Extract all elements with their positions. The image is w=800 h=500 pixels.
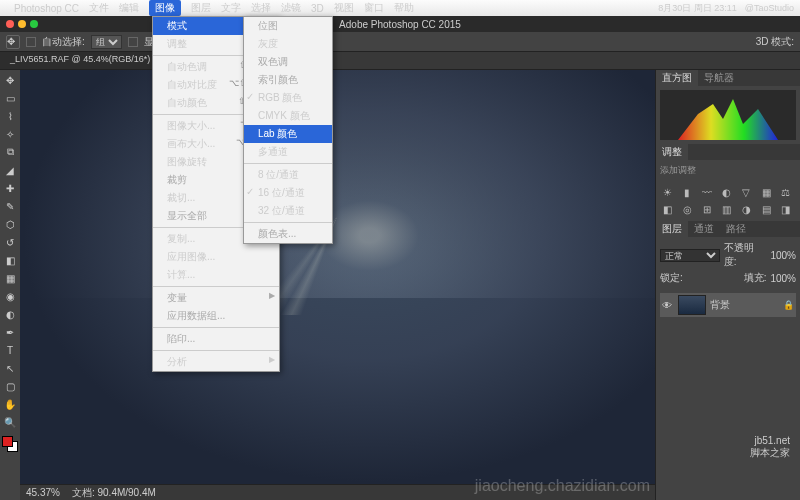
adj-posterize-icon[interactable]: ▤ xyxy=(759,202,774,217)
menu-item: 双色调 xyxy=(244,53,332,71)
menu-item: 索引颜色 xyxy=(244,71,332,89)
zoom-tool[interactable]: 🔍 xyxy=(2,414,18,430)
menu-item[interactable]: 多通道 xyxy=(244,143,332,161)
menu-item[interactable]: 16 位/通道 xyxy=(244,184,332,202)
layer-row[interactable]: 👁 背景 🔒 xyxy=(660,293,796,317)
menu-help[interactable]: 帮助 xyxy=(394,1,414,15)
mode-3d-label: 3D 模式: xyxy=(756,35,794,49)
adj-threshold-icon[interactable]: ◨ xyxy=(778,202,793,217)
stamp-tool[interactable]: ⬡ xyxy=(2,216,18,232)
move-tool-icon[interactable]: ✥ xyxy=(6,35,20,49)
type-tool[interactable]: T xyxy=(2,342,18,358)
menu-item[interactable]: 32 位/通道 xyxy=(244,202,332,220)
auto-select-checkbox[interactable] xyxy=(26,37,36,47)
close-button[interactable] xyxy=(6,20,14,28)
window-title: Adobe Photoshop CC 2015 xyxy=(339,19,461,30)
menu-3d[interactable]: 3D xyxy=(311,3,324,14)
adj-levels-icon[interactable]: ▮ xyxy=(680,185,695,200)
adj-channel-mixer-icon[interactable]: ⊞ xyxy=(699,202,714,217)
opacity-value[interactable]: 100% xyxy=(770,250,796,261)
options-bar: ✥ 自动选择: 组 显示变... 3D 模式: xyxy=(0,32,800,52)
menu-item[interactable]: CMYK 颜色 xyxy=(244,107,332,125)
adj-bw-icon[interactable]: ◧ xyxy=(660,202,675,217)
layer-thumbnail[interactable] xyxy=(678,295,706,315)
menu-item[interactable]: 8 位/通道 xyxy=(244,166,332,184)
tab-histogram[interactable]: 直方图 xyxy=(656,70,698,86)
menu-image[interactable]: 图像 xyxy=(149,0,181,16)
shape-tool[interactable]: ▢ xyxy=(2,378,18,394)
adj-invert-icon[interactable]: ◑ xyxy=(739,202,754,217)
blend-mode-select[interactable]: 正常 xyxy=(660,249,720,262)
lasso-tool[interactable]: ⌇ xyxy=(2,108,18,124)
adj-photo-filter-icon[interactable]: ◎ xyxy=(680,202,695,217)
menu-type[interactable]: 文字 xyxy=(221,1,241,15)
document-tab[interactable]: _LIV5651.RAF @ 45.4%(RGB/16*) xyxy=(0,52,161,69)
fill-value[interactable]: 100% xyxy=(770,273,796,284)
menu-item[interactable]: 应用图像... xyxy=(153,248,279,266)
document-tabbar: _LIV5651.RAF @ 45.4%(RGB/16*) xyxy=(0,52,800,70)
menu-item: 位图 xyxy=(244,17,332,35)
layer-name[interactable]: 背景 xyxy=(710,298,730,312)
histogram-display xyxy=(660,90,796,140)
blur-tool[interactable]: ◉ xyxy=(2,288,18,304)
adj-curves-icon[interactable]: 〰 xyxy=(699,185,714,200)
menu-mode-submenu: 位图灰度双色调索引颜色RGB 颜色CMYK 颜色Lab 颜色多通道8 位/通道1… xyxy=(243,16,333,244)
minimize-button[interactable] xyxy=(18,20,26,28)
heal-tool[interactable]: ✚ xyxy=(2,180,18,196)
tab-paths[interactable]: 路径 xyxy=(720,221,752,237)
adj-hue-icon[interactable]: ▦ xyxy=(759,185,774,200)
tab-adjustments[interactable]: 调整 xyxy=(656,144,688,160)
history-brush-tool[interactable]: ↺ xyxy=(2,234,18,250)
adj-exposure-icon[interactable]: ◐ xyxy=(719,185,734,200)
menu-item: 变量 xyxy=(153,289,279,307)
menu-view[interactable]: 视图 xyxy=(334,1,354,15)
gradient-tool[interactable]: ▦ xyxy=(2,270,18,286)
dodge-tool[interactable]: ◐ xyxy=(2,306,18,322)
menu-select[interactable]: 选择 xyxy=(251,1,271,15)
panels-column: 直方图 导航器 调整 添加调整 ☀ ▮ 〰 ◐ ▽ ▦ ⚖ ◧ ◎ ⊞ ▥ ◑ … xyxy=(655,70,800,500)
menu-item[interactable]: 灰度 xyxy=(244,35,332,53)
menubar-date: 8月30日 周日 23:11 xyxy=(658,2,737,15)
menu-item[interactable]: Lab 颜色 xyxy=(244,125,332,143)
adj-lookup-icon[interactable]: ▥ xyxy=(719,202,734,217)
zoom-button[interactable] xyxy=(30,20,38,28)
canvas-area: 45.37% 文档: 90.4M/90.4M xyxy=(20,70,655,500)
crop-tool[interactable]: ⧉ xyxy=(2,144,18,160)
eraser-tool[interactable]: ◧ xyxy=(2,252,18,268)
tab-channels[interactable]: 通道 xyxy=(688,221,720,237)
menu-item[interactable]: 计算... xyxy=(153,266,279,284)
tab-layers[interactable]: 图层 xyxy=(656,221,688,237)
tab-navigator[interactable]: 导航器 xyxy=(698,70,740,86)
move-tool[interactable]: ✥ xyxy=(2,72,18,88)
hand-tool[interactable]: ✋ xyxy=(2,396,18,412)
menu-file[interactable]: 文件 xyxy=(89,1,109,15)
menu-item[interactable]: 分析 xyxy=(153,353,279,371)
show-transform-checkbox[interactable] xyxy=(128,37,138,47)
auto-select-label: 自动选择: xyxy=(42,35,85,49)
wand-tool[interactable]: ✧ xyxy=(2,126,18,142)
document-canvas[interactable] xyxy=(20,70,655,484)
menu-photoshop[interactable]: Photoshop CC xyxy=(14,3,79,14)
menu-edit[interactable]: 编辑 xyxy=(119,1,139,15)
menu-item[interactable]: RGB 颜色 xyxy=(244,89,332,107)
menu-filter[interactable]: 滤镜 xyxy=(281,1,301,15)
status-bar: 45.37% 文档: 90.4M/90.4M xyxy=(20,484,655,500)
fill-label: 填充: xyxy=(744,271,767,285)
auto-select-dropdown[interactable]: 组 xyxy=(91,35,122,49)
eyedropper-tool[interactable]: ◢ xyxy=(2,162,18,178)
marquee-tool[interactable]: ▭ xyxy=(2,90,18,106)
adj-brightness-icon[interactable]: ☀ xyxy=(660,185,675,200)
path-tool[interactable]: ↖ xyxy=(2,360,18,376)
menu-item: 颜色表... xyxy=(244,225,332,243)
tools-panel: ✥ ▭ ⌇ ✧ ⧉ ◢ ✚ ✎ ⬡ ↺ ◧ ▦ ◉ ◐ ✒ T ↖ ▢ ✋ 🔍 xyxy=(0,70,20,500)
adj-vibrance-icon[interactable]: ▽ xyxy=(739,185,754,200)
brush-tool[interactable]: ✎ xyxy=(2,198,18,214)
menu-window[interactable]: 窗口 xyxy=(364,1,384,15)
visibility-icon[interactable]: 👁 xyxy=(662,300,674,311)
menu-layer[interactable]: 图层 xyxy=(191,1,211,15)
color-swatch[interactable] xyxy=(2,436,18,452)
adj-color-balance-icon[interactable]: ⚖ xyxy=(778,185,793,200)
menu-item: 陷印... xyxy=(153,330,279,348)
pen-tool[interactable]: ✒ xyxy=(2,324,18,340)
zoom-level[interactable]: 45.37% xyxy=(26,487,60,498)
